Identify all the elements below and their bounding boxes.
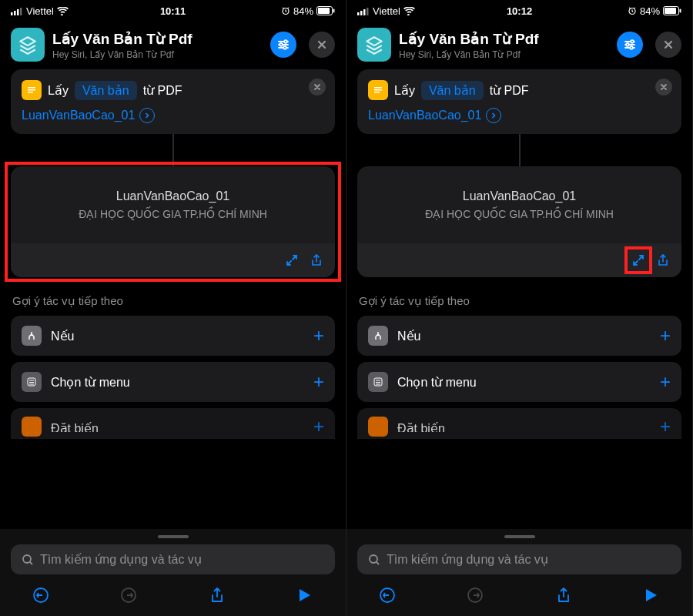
action-param[interactable]: Văn bản: [421, 81, 484, 100]
add-icon: +: [660, 371, 671, 393]
wifi-icon: [403, 7, 415, 15]
suggestion-item-if[interactable]: Nếu +: [357, 316, 681, 356]
branch-icon: [22, 326, 42, 346]
result-title: LuanVanBaoCao_01: [371, 189, 668, 203]
expand-button[interactable]: [281, 249, 303, 271]
svg-point-10: [283, 46, 286, 49]
suggestion-label: Đặt biến: [397, 421, 651, 432]
svg-rect-33: [374, 89, 382, 91]
signal-icon: [11, 7, 23, 15]
share-button[interactable]: [306, 249, 327, 271]
sliders-icon: [276, 38, 290, 52]
connector-line: [519, 134, 521, 166]
chevron-right-icon: [490, 112, 497, 119]
suggestion-item-variable[interactable]: Đặt biến +: [357, 408, 681, 439]
suggestions-header: Gợi ý tác vụ tiếp theo: [359, 294, 680, 308]
suggestion-item-menu[interactable]: Chọn từ menu +: [11, 362, 335, 402]
result-text: ĐẠI HỌC QUỐC GIA TP.HỒ CHÍ MINH: [371, 208, 668, 220]
suggestion-item-if[interactable]: Nếu +: [11, 316, 335, 356]
play-icon: [298, 588, 312, 603]
add-icon: +: [313, 416, 324, 437]
svg-rect-16: [29, 382, 34, 383]
shortcut-header: Lấy Văn Bản Từ Pdf Hey Siri, Lấy Văn Bản…: [0, 22, 346, 69]
shortcut-app-icon: [357, 28, 391, 62]
branch-icon: [368, 326, 388, 346]
settings-button[interactable]: [270, 32, 296, 58]
signal-icon: [357, 7, 370, 15]
suggestions-header: Gợi ý tác vụ tiếp theo: [12, 294, 333, 308]
svg-rect-15: [29, 380, 34, 381]
chevron-button[interactable]: [139, 108, 155, 123]
battery-percent: 84%: [293, 5, 313, 17]
shortcut-title: Lấy Văn Bản Từ Pdf: [399, 30, 609, 48]
add-icon: +: [313, 325, 324, 346]
svg-rect-1: [14, 11, 16, 15]
share-icon: [556, 587, 571, 604]
suggestion-item-variable[interactable]: Đặt biến +: [11, 408, 335, 439]
settings-button[interactable]: [617, 32, 643, 58]
search-icon: [368, 554, 380, 566]
run-button[interactable]: [295, 585, 315, 605]
svg-rect-23: [363, 9, 366, 15]
drag-handle[interactable]: [504, 535, 535, 538]
svg-rect-38: [376, 384, 380, 385]
undo-button[interactable]: [377, 585, 397, 605]
undo-icon: [32, 587, 49, 604]
action-remove-button[interactable]: [309, 79, 326, 95]
suggestion-label: Đặt biến: [51, 421, 304, 432]
document-icon: [22, 80, 42, 100]
svg-point-30: [626, 43, 629, 46]
action-param[interactable]: Văn bản: [75, 81, 137, 100]
chevron-button[interactable]: [486, 108, 501, 123]
svg-rect-21: [357, 12, 360, 15]
action-remove-button[interactable]: [655, 79, 672, 95]
share-button[interactable]: [652, 249, 674, 271]
drag-handle[interactable]: [158, 535, 189, 538]
search-bar[interactable]: Tìm kiếm ứng dụng và tác vụ: [11, 544, 335, 574]
redo-icon: [120, 587, 137, 604]
share-shortcut-button[interactable]: [554, 585, 574, 605]
shortcut-title: Lấy Văn Bản Từ Pdf: [52, 30, 263, 48]
svg-rect-12: [28, 89, 35, 91]
result-card[interactable]: LuanVanBaoCao_01 ĐẠI HỌC QUỐC GIA TP.HỒ …: [357, 166, 681, 277]
expand-icon: [285, 253, 299, 267]
action-card[interactable]: Lấy Văn bản từ PDF LuanVanBaoCao_01: [11, 69, 335, 134]
svg-rect-2: [17, 9, 19, 15]
close-button[interactable]: [309, 32, 335, 58]
status-bar: Viettel 10:12 84%: [346, 0, 692, 22]
alarm-icon: [628, 6, 637, 15]
expand-button[interactable]: [628, 249, 649, 271]
variable-icon: [368, 417, 388, 437]
result-card[interactable]: LuanVanBaoCao_01 ĐẠI HỌC QUỐC GIA TP.HỒ …: [11, 166, 335, 277]
clock-label: 10:12: [507, 5, 532, 17]
phone-screen-left: Viettel 10:11 84% Lấy Văn Bản Từ Pdf Hey…: [0, 0, 346, 616]
svg-point-8: [284, 40, 287, 43]
shortcut-header: Lấy Văn Bản Từ Pdf Hey Siri, Lấy Văn Bản…: [346, 22, 692, 69]
clock-label: 10:11: [160, 5, 186, 17]
result-title: LuanVanBaoCao_01: [25, 189, 321, 203]
shortcut-app-icon: [11, 28, 45, 62]
svg-rect-34: [374, 92, 380, 93]
close-icon: [316, 39, 327, 50]
run-button[interactable]: [641, 585, 661, 605]
add-icon: +: [660, 416, 671, 437]
svg-rect-32: [374, 87, 382, 89]
file-link[interactable]: LuanVanBaoCao_01: [368, 109, 481, 122]
share-shortcut-button[interactable]: [207, 585, 227, 605]
bottom-toolbar: [357, 574, 681, 616]
redo-icon: [467, 587, 484, 604]
svg-rect-6: [318, 8, 330, 14]
close-button[interactable]: [655, 32, 681, 58]
connector-line: [172, 134, 174, 166]
suggestion-item-menu[interactable]: Chọn từ menu +: [357, 362, 681, 402]
undo-button[interactable]: [31, 585, 51, 605]
file-link[interactable]: LuanVanBaoCao_01: [22, 109, 135, 122]
action-card[interactable]: Lấy Văn bản từ PDF LuanVanBaoCao_01: [357, 69, 681, 134]
close-icon: [663, 39, 674, 50]
action-verb: Lấy: [48, 83, 69, 98]
search-placeholder: Tìm kiếm ứng dụng và tác vụ: [387, 552, 548, 567]
add-icon: +: [660, 325, 671, 346]
svg-rect-37: [376, 382, 380, 383]
search-placeholder: Tìm kiếm ứng dụng và tác vụ: [40, 552, 202, 567]
search-bar[interactable]: Tìm kiếm ứng dụng và tác vụ: [357, 544, 681, 574]
